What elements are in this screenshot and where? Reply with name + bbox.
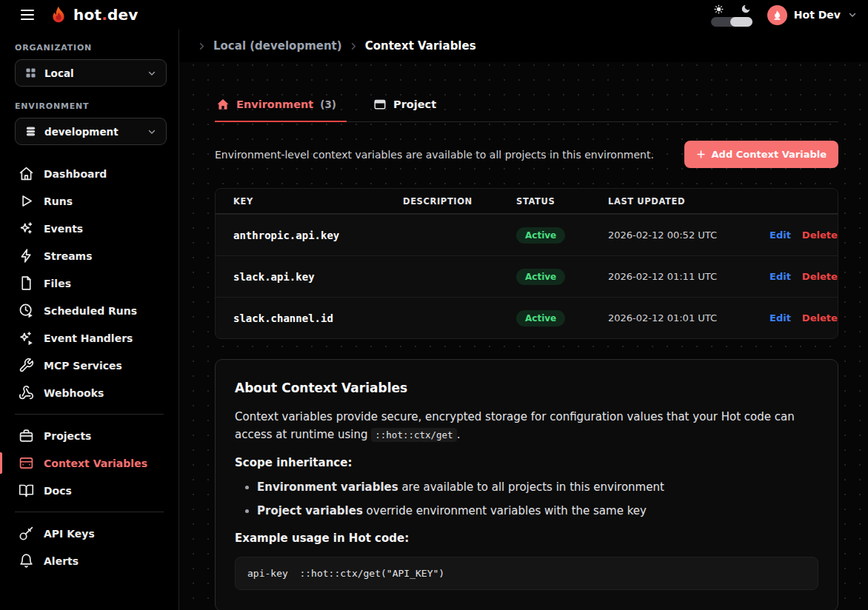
edit-link[interactable]: Edit xyxy=(769,312,791,324)
environment-value: development xyxy=(44,126,139,138)
status-badge: Active xyxy=(516,269,565,285)
file-icon xyxy=(19,275,34,291)
webhook-icon xyxy=(19,385,34,400)
sparkles-icon xyxy=(19,221,34,236)
breadcrumb: Local (development) Context Variables xyxy=(179,30,868,62)
avatar xyxy=(767,5,787,25)
bell-icon xyxy=(19,553,34,569)
sidebar-nav: Dashboard Runs Events Streams xyxy=(0,160,178,574)
topbar: hot.dev xyxy=(0,0,868,30)
wrench-icon xyxy=(19,358,34,373)
sidebar-item-projects[interactable]: Projects xyxy=(0,422,178,449)
menu-icon[interactable] xyxy=(18,7,37,23)
breadcrumb-current: Context Variables xyxy=(365,39,476,53)
sidebar-item-mcp-services[interactable]: MCP Services xyxy=(0,352,178,379)
last-updated: 2026-02-12 00:52 UTC xyxy=(608,229,769,241)
home-icon xyxy=(19,166,34,181)
active-indicator xyxy=(0,452,2,474)
sparkles-play-icon xyxy=(19,330,34,346)
tab-environment[interactable]: Environment (3) xyxy=(215,96,347,121)
inline-code: ::hot::ctx/get xyxy=(371,428,456,442)
plus-icon xyxy=(696,150,706,159)
sidebar-item-docs[interactable]: Docs xyxy=(0,477,178,504)
sidebar-item-scheduled-runs[interactable]: Scheduled Runs xyxy=(0,297,178,324)
variable-key: slack.api.key xyxy=(233,271,403,283)
sidebar-item-api-keys[interactable]: API Keys xyxy=(0,520,178,547)
about-card: About Context Variables Context variable… xyxy=(215,359,838,610)
sidebar-divider xyxy=(15,414,164,415)
delete-link[interactable]: Delete xyxy=(802,271,838,282)
brand-name: hot.dev xyxy=(73,6,138,24)
sidebar-item-runs[interactable]: Runs xyxy=(0,187,178,215)
scope-heading: Scope inheritance: xyxy=(235,456,818,469)
table-row: anthropic.api.key Active 2026-02-12 00:5… xyxy=(216,214,838,255)
table-icon xyxy=(19,455,34,471)
last-updated: 2026-02-12 01:11 UTC xyxy=(608,271,769,282)
scope-list: Environment variables are available to a… xyxy=(257,478,818,520)
edit-link[interactable]: Edit xyxy=(769,271,791,282)
brand-logo[interactable]: hot.dev xyxy=(49,5,138,24)
theme-toggle[interactable] xyxy=(711,3,754,27)
chevron-right-icon xyxy=(196,41,207,52)
bolt-icon xyxy=(19,248,34,264)
organization-value: Local xyxy=(44,67,139,79)
tab-project[interactable]: Project xyxy=(372,96,447,121)
last-updated: 2026-02-12 01:01 UTC xyxy=(608,312,769,324)
example-code-block: api-key ::hot::ctx/get("API_KEY") xyxy=(235,557,818,590)
sidebar-item-event-handlers[interactable]: Event Handlers xyxy=(0,324,178,352)
sidebar-item-webhooks[interactable]: Webhooks xyxy=(0,379,178,406)
flame-logo-icon xyxy=(49,5,68,24)
sidebar-item-events[interactable]: Events xyxy=(0,215,178,242)
about-title: About Context Variables xyxy=(235,381,818,395)
breadcrumb-parent[interactable]: Local (development) xyxy=(213,39,342,53)
play-icon xyxy=(19,193,34,209)
list-item: Environment variables are available to a… xyxy=(257,478,818,496)
grid-icon xyxy=(24,67,37,79)
delete-link[interactable]: Delete xyxy=(802,229,838,241)
col-status: STATUS xyxy=(516,196,608,207)
chevron-right-icon xyxy=(348,41,359,52)
sun-icon xyxy=(714,4,724,14)
window-icon xyxy=(373,98,387,111)
sidebar-item-context-variables[interactable]: Context Variables xyxy=(0,449,178,477)
theme-switch-knob[interactable] xyxy=(730,17,752,27)
col-last-updated: LAST UPDATED xyxy=(608,196,769,207)
edit-link[interactable]: Edit xyxy=(769,229,791,241)
clock-play-icon xyxy=(19,303,34,318)
user-menu[interactable]: Hot Dev xyxy=(767,5,858,25)
sidebar-item-alerts[interactable]: Alerts xyxy=(0,547,178,574)
sidebar-divider xyxy=(15,512,164,512)
table-header: KEY DESCRIPTION STATUS LAST UPDATED xyxy=(216,189,838,214)
chevron-down-icon xyxy=(147,68,157,78)
chevron-down-icon xyxy=(147,127,157,137)
status-badge: Active xyxy=(516,227,565,244)
sidebar-item-dashboard[interactable]: Dashboard xyxy=(0,160,178,187)
theme-switch[interactable] xyxy=(711,17,752,27)
example-heading: Example usage in Hot code: xyxy=(235,532,818,545)
environment-label: ENVIRONMENT xyxy=(15,101,178,111)
key-icon xyxy=(19,526,34,541)
book-open-icon xyxy=(19,483,34,498)
list-item: Project variables override environment v… xyxy=(257,502,818,520)
chevron-down-icon xyxy=(847,10,858,20)
home-filled-icon xyxy=(216,98,230,111)
organization-select[interactable]: Local xyxy=(15,59,167,87)
sidebar-item-streams[interactable]: Streams xyxy=(0,242,178,269)
briefcase-icon xyxy=(19,428,34,443)
main-area: Local (development) Context Variables En… xyxy=(179,30,868,610)
section-description: Environment-level context variables are … xyxy=(215,149,654,161)
sidebar: ORGANIZATION Local ENVIRONMENT developme… xyxy=(0,30,179,610)
environment-select[interactable]: development xyxy=(15,118,167,145)
variable-key: anthropic.api.key xyxy=(233,229,403,241)
table-row: slack.channel.id Active 2026-02-12 01:01… xyxy=(216,297,838,338)
delete-link[interactable]: Delete xyxy=(802,312,838,324)
table-row: slack.api.key Active 2026-02-12 01:11 UT… xyxy=(216,255,838,297)
sidebar-item-files[interactable]: Files xyxy=(0,269,178,297)
variable-key: slack.channel.id xyxy=(233,312,403,324)
col-description: DESCRIPTION xyxy=(403,196,516,207)
tab-count: (3) xyxy=(320,98,336,110)
add-context-variable-button[interactable]: Add Context Variable xyxy=(684,141,838,168)
page-content: Environment (3) Project Environment-leve… xyxy=(179,62,868,610)
context-variables-table: KEY DESCRIPTION STATUS LAST UPDATED anth… xyxy=(215,188,838,339)
tab-bar: Environment (3) Project xyxy=(215,96,838,122)
